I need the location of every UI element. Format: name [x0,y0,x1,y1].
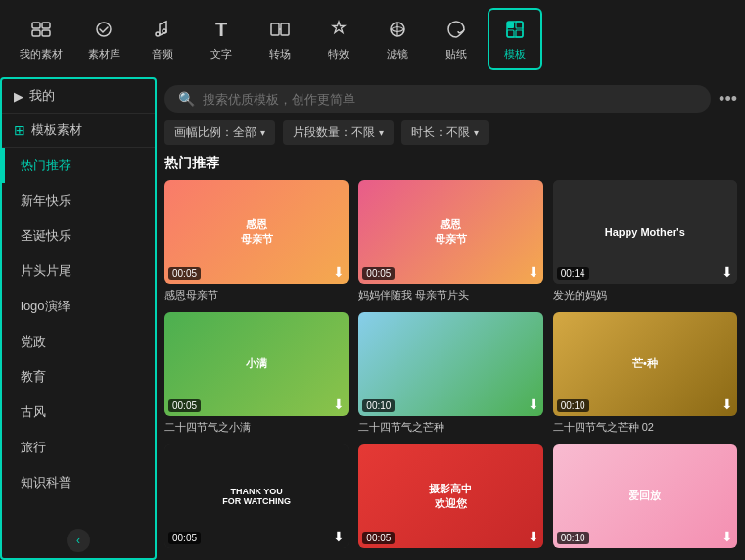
template-download-icon-2[interactable]: ⬇ [528,264,539,280]
svg-rect-0 [32,23,40,28]
filter-ratio-label: 画幅比例：全部 [174,124,256,141]
template-download-icon-7[interactable]: ⬇ [333,529,345,544]
filter-icon [384,16,411,43]
right-panel: 🔍 ••• 画幅比例：全部 ▾ 片段数量：不限 ▾ 时长：不限 ▾ 热门推荐 感… [157,77,745,560]
filter-duration-label: 时长：不限 [411,124,470,141]
top-toolbar: 我的素材 素材库 音频 T 文字 [0,0,745,77]
toolbar-item-effects[interactable]: 特效 [311,10,366,68]
sidebar-item-education[interactable]: 教育 [2,359,155,395]
template-label-6: 二十四节气之芒种 02 [553,420,737,435]
sidebar-my-section[interactable]: ▶ 我的 [2,79,155,114]
toolbar-item-transition[interactable]: 转场 [253,10,307,68]
toolbar-item-material-library[interactable]: 素材库 [76,10,131,68]
toolbar-item-effects-label: 特效 [328,47,349,62]
template-item-6[interactable]: 芒•种00:10⬇二十四节气之芒种 02 [553,312,737,435]
template-time-badge-5: 00:10 [362,399,395,412]
toolbar-item-template-label: 模板 [504,47,526,62]
filter-count-label: 片段数量：不限 [293,124,375,141]
sidebar-item-hot[interactable]: 热门推荐 [2,148,155,183]
filter-row: 画幅比例：全部 ▾ 片段数量：不限 ▾ 时长：不限 ▾ [164,120,737,145]
toolbar-item-filter-label: 滤镜 [387,47,408,62]
filter-ratio-button[interactable]: 画幅比例：全部 ▾ [164,120,275,145]
template-item-5[interactable]: 00:10⬇二十四节气之芒种 [358,312,542,435]
sidebar-item-logo[interactable]: logo演绎 [2,289,155,324]
filter-count-button[interactable]: 片段数量：不限 ▾ [283,120,394,145]
sidebar-collapse-button[interactable]: ‹ [67,529,90,552]
sidebar-item-intro_outro[interactable]: 片头片尾 [2,254,155,289]
template-item-3[interactable]: Happy Mother's00:14⬇发光的妈妈 [553,180,737,303]
search-input[interactable] [203,92,697,107]
template-label-1: 感恩母亲节 [164,288,349,303]
sidebar: ▶ 我的 ⊞ 模板素材 热门推荐新年快乐圣诞快乐片头片尾logo演绎党政教育古风… [0,77,157,560]
filter-duration-button[interactable]: 时长：不限 ▾ [401,120,489,145]
toolbar-item-my-material-label: 我的素材 [20,47,63,62]
sidebar-item-party[interactable]: 党政 [2,324,155,359]
template-item-4[interactable]: 小满00:05⬇二十四节气之小满 [164,312,349,435]
template-download-icon-6[interactable]: ⬇ [722,397,733,412]
svg-rect-7 [271,23,279,35]
section-title: 热门推荐 [164,155,737,172]
text-icon: T [208,16,235,43]
sidebar-item-knowledge[interactable]: 知识科普 [2,465,155,500]
toolbar-item-audio-label: 音频 [152,47,173,62]
template-download-icon-3[interactable]: ⬇ [722,264,733,280]
template-label-3: 发光的妈妈 [553,288,737,303]
toolbar-item-template[interactable]: 模板 [488,8,542,70]
svg-point-6 [163,29,166,33]
template-time-badge-9: 00:10 [557,532,589,544]
svg-rect-8 [281,23,289,35]
sidebar-item-ancient[interactable]: 古风 [2,395,155,430]
filter-ratio-arrow-icon: ▾ [260,127,265,138]
template-download-icon-8[interactable]: ⬇ [528,529,539,544]
transition-icon [266,16,294,43]
toolbar-item-transition-label: 转场 [269,47,291,62]
toolbar-item-my-material[interactable]: 我的素材 [10,10,72,68]
template-item-9[interactable]: 爱回放00:10⬇在线教育兴趣爱好培训... [553,444,737,552]
template-time-badge-7: 00:05 [168,532,201,544]
template-time-badge-2: 00:05 [362,267,395,280]
svg-point-5 [156,32,160,36]
toolbar-item-sticker-label: 贴纸 [445,47,467,62]
template-label-2: 妈妈伴随我 母亲节片头 [358,288,542,303]
template-download-icon-5[interactable]: ⬇ [528,397,539,412]
svg-rect-3 [42,30,50,36]
sidebar-item-christmas[interactable]: 圣诞快乐 [2,218,155,254]
svg-rect-11 [507,22,514,28]
toolbar-item-audio[interactable]: 音频 [135,10,190,68]
toolbar-item-text[interactable]: T 文字 [194,10,249,68]
template-item-7[interactable]: THANK YOU FOR WATCHING00:05⬇格调片尾曲 [164,444,349,552]
toolbar-item-sticker[interactable]: 贴纸 [429,10,484,68]
template-time-badge-6: 00:10 [557,399,589,412]
sidebar-arrow-icon: ▶ [14,89,23,104]
template-time-badge-4: 00:05 [168,399,201,412]
template-item-8[interactable]: 摄影高中 欢迎您00:05⬇校园生活推广宣传片尾01 [358,444,542,552]
search-icon: 🔍 [178,91,195,107]
template-label-5: 二十四节气之芒种 [358,420,542,435]
my-material-icon [27,16,55,43]
filter-count-arrow-icon: ▾ [379,127,384,138]
template-download-icon-4[interactable]: ⬇ [333,397,345,412]
template-time-badge-8: 00:05 [362,532,395,544]
svg-rect-2 [32,30,40,36]
sidebar-item-new_year[interactable]: 新年快乐 [2,183,155,218]
sidebar-my-label: 我的 [29,87,55,105]
more-options-icon[interactable]: ••• [719,89,737,110]
filter-duration-arrow-icon: ▾ [474,127,479,138]
search-bar: 🔍 [164,85,711,113]
template-header-icon: ⊞ [14,122,25,138]
sidebar-item-travel[interactable]: 旅行 [2,430,155,465]
template-item-2[interactable]: 感恩 母亲节00:05⬇妈妈伴随我 母亲节片头 [358,180,542,303]
effects-icon [325,16,352,43]
sidebar-template-header[interactable]: ⊞ 模板素材 [2,114,155,148]
template-download-icon-1[interactable]: ⬇ [333,264,345,280]
template-grid: 感恩 母亲节00:05⬇感恩母亲节感恩 母亲节00:05⬇妈妈伴随我 母亲节片头… [164,180,737,552]
sidebar-menu: 热门推荐新年快乐圣诞快乐片头片尾logo演绎党政教育古风旅行知识科普 [2,148,155,523]
template-label-4: 二十四节气之小满 [164,420,349,435]
toolbar-item-filter[interactable]: 滤镜 [370,10,425,68]
template-time-badge-1: 00:05 [168,267,201,280]
template-item-1[interactable]: 感恩 母亲节00:05⬇感恩母亲节 [164,180,349,303]
main-content: ▶ 我的 ⊞ 模板素材 热门推荐新年快乐圣诞快乐片头片尾logo演绎党政教育古风… [0,77,745,560]
template-download-icon-9[interactable]: ⬇ [722,529,733,544]
svg-point-4 [97,23,111,36]
toolbar-item-text-label: 文字 [210,47,232,62]
